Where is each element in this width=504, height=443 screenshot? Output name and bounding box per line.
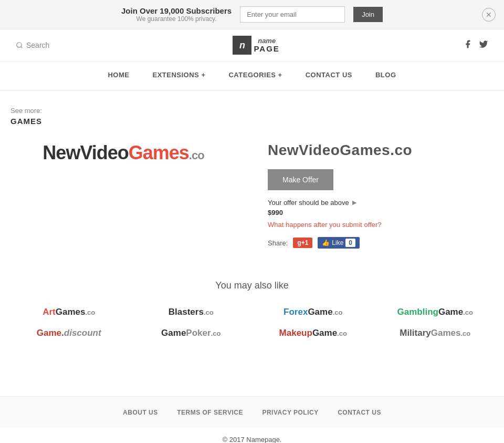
navigation: HOME EXTENSIONS + CATEGORIES + CONTACT U… — [0, 61, 504, 91]
footer-contact[interactable]: CONTACT US — [338, 409, 381, 416]
also-like-heading: You may also like — [10, 280, 494, 291]
footer-terms[interactable]: TERMS OF SERVICE — [177, 409, 243, 416]
make-offer-button[interactable]: Make Offer — [268, 169, 333, 190]
logo-tld: .co — [189, 149, 204, 162]
list-item[interactable]: GamblingGame.co — [377, 307, 494, 317]
nav-categories[interactable]: CATEGORIES + — [217, 61, 293, 90]
domain-image-area: NewVideoGames.co — [10, 142, 236, 164]
search-label: Search — [26, 41, 49, 49]
twitter-icon[interactable] — [479, 39, 488, 51]
header: Search n name PAGE — [0, 29, 504, 61]
offer-price: $990 — [268, 209, 494, 217]
list-item[interactable]: ForexGame.co — [255, 307, 372, 317]
offer-info-text: Your offer should be above — [268, 199, 349, 207]
footer-about[interactable]: ABOUT US — [123, 409, 158, 416]
see-more-label: See more: — [10, 107, 494, 115]
list-item[interactable]: Blasters.co — [133, 307, 250, 317]
logo-new: New — [43, 142, 80, 163]
join-button[interactable]: Join — [353, 7, 383, 22]
gplus-button[interactable]: g+1 — [293, 238, 312, 248]
facebook-icon[interactable] — [463, 39, 472, 51]
list-item[interactable]: MakeupGame.co — [255, 328, 372, 338]
copyright: © 2017 Namepage. — [0, 427, 504, 443]
email-input[interactable] — [240, 6, 345, 23]
games-link[interactable]: GAMES — [10, 117, 42, 126]
search-area[interactable]: Search — [16, 41, 49, 49]
fb-thumb-icon: 👍 — [322, 239, 330, 246]
share-label: Share: — [268, 239, 288, 247]
close-button[interactable]: ✕ — [482, 8, 496, 22]
domain-section: NewVideoGames.co NewVideoGames.co Make O… — [10, 142, 494, 249]
svg-point-0 — [17, 43, 22, 47]
list-item[interactable]: Game.discount — [10, 328, 128, 338]
search-icon — [16, 42, 23, 49]
list-item[interactable]: GamePoker.co — [133, 328, 250, 338]
nav-blog[interactable]: BLOG — [364, 61, 408, 90]
fb-like-button[interactable]: 👍 Like 0 — [318, 237, 360, 249]
copyright-year: © 2017 — [223, 436, 245, 443]
newsletter-text: Join Over 19,000 Subscribers We guarante… — [121, 6, 232, 23]
offer-link[interactable]: What happens after you submit offer? — [268, 221, 494, 229]
nav-contact[interactable]: CONTACT US — [294, 61, 364, 90]
nav-extensions[interactable]: EXTENSIONS + — [141, 61, 217, 90]
logo-video: Video — [80, 142, 128, 163]
newsletter-bar: Join Over 19,000 Subscribers We guarante… — [0, 0, 504, 29]
domain-logo-display: NewVideoGames.co — [43, 142, 204, 164]
nav-home[interactable]: HOME — [96, 61, 141, 90]
newsletter-sub-text: We guarantee 100% privacy. — [121, 15, 232, 23]
domain-info: NewVideoGames.co Make Offer Your offer s… — [268, 142, 494, 249]
domain-grid: ArtGames.co Blasters.co ForexGame.co Gam… — [10, 307, 494, 338]
footer-privacy[interactable]: PRIVACY POLICY — [262, 409, 318, 416]
logo-n-letter: n — [239, 40, 245, 51]
svg-line-1 — [21, 47, 23, 48]
list-item[interactable]: ArtGames.co — [10, 307, 128, 317]
logo-n-box: n — [233, 36, 251, 55]
fb-count: 0 — [345, 239, 355, 247]
fb-like-label: Like — [332, 239, 343, 246]
main-content: See more: GAMES NewVideoGames.co NewVide… — [0, 91, 504, 365]
footer-links: ABOUT US TERMS OF SERVICE PRIVACY POLICY… — [0, 396, 504, 427]
logo-games: Games — [129, 142, 189, 163]
also-like-section: You may also like ArtGames.co Blasters.c… — [10, 280, 494, 338]
logo[interactable]: n name PAGE — [233, 36, 279, 55]
social-icons — [463, 39, 488, 51]
newsletter-main-text: Join Over 19,000 Subscribers — [121, 6, 232, 15]
copyright-brand: Namepage. — [246, 436, 281, 443]
offer-info: Your offer should be above ▶ — [268, 199, 494, 207]
list-item[interactable]: MilitaryGames.co — [377, 328, 494, 338]
logo-name: name — [254, 37, 279, 45]
share-row: Share: g+1 👍 Like 0 — [268, 237, 494, 249]
offer-arrow-icon: ▶ — [352, 199, 356, 206]
domain-name: NewVideoGames.co — [268, 142, 494, 159]
logo-page: PAGE — [254, 45, 279, 54]
